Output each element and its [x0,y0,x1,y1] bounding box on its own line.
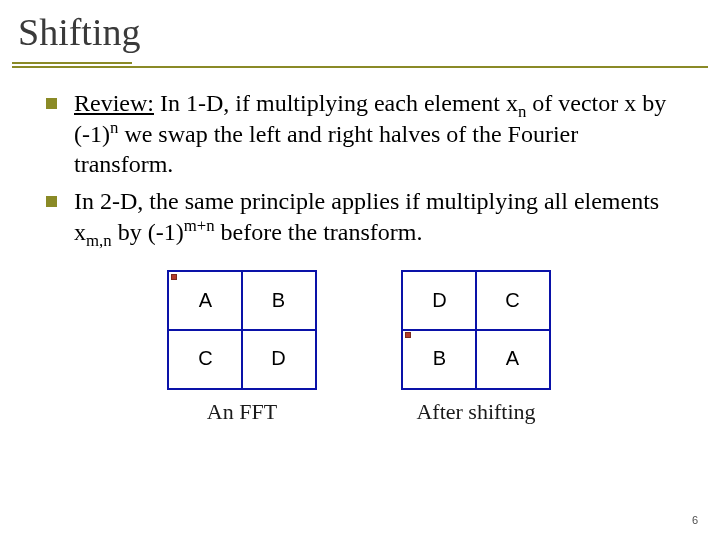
grid-right-cell-a: D [403,272,476,330]
grid-left-cell-b: B [242,272,315,330]
grid-left-cell-c: C [169,330,242,388]
diagram-left: A B C D An FFT [167,270,317,426]
title-rule [12,62,708,70]
rule-main [12,66,708,68]
grid-hline [403,329,549,331]
body: Review: In 1-D, if multiplying each elem… [0,70,720,426]
grid-left-cell-d: D [242,330,315,388]
diagram-right-caption: After shifting [416,398,535,426]
slide-title: Shifting [18,10,702,54]
page-number: 6 [692,514,698,526]
bullet-1-underline: Review: [74,90,154,116]
grid-left-cell-a: A [169,272,242,330]
grid-right-cell-b: C [476,272,549,330]
bullet-1-t3: we swap the left and right halves of the… [74,121,578,178]
grid-right-cell-d: A [476,330,549,388]
bullet-2-t2: by (-1) [112,219,184,245]
bullet-2-t3: before the transform. [215,219,423,245]
slide: Shifting Review: In 1-D, if multiplying … [0,0,720,540]
diagram-row: A B C D An FFT D C B A After shifting [40,270,678,426]
grid-hline [169,329,315,331]
bullet-2-sup1: m+n [184,216,215,235]
bullet-list: Review: In 1-D, if multiplying each elem… [40,88,678,248]
drag-handle-icon [405,332,411,338]
grid-right-cell-c: B [403,330,476,388]
bullet-2-sub1: m,n [86,231,112,250]
drag-handle-icon [171,274,177,280]
rule-accent [12,62,132,64]
diagram-left-caption: An FFT [207,398,277,426]
grid-left: A B C D [167,270,317,390]
diagram-right: D C B A After shifting [401,270,551,426]
bullet-1: Review: In 1-D, if multiplying each elem… [40,88,678,180]
grid-right: D C B A [401,270,551,390]
title-area: Shifting [0,0,720,56]
bullet-1-t1: In 1-D, if multiplying each element x [154,90,518,116]
bullet-2: In 2-D, the same principle applies if mu… [40,186,678,247]
